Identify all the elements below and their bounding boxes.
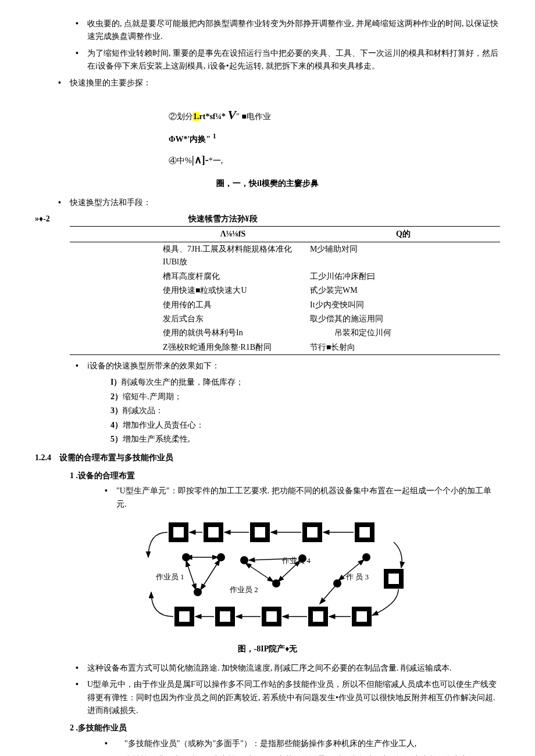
machine-box (355, 522, 374, 542)
th: Q的 (306, 226, 500, 242)
bullet: 多技能作业员和组合U里生产战可以籽各工序节约的零星工时集中起来, 以便整数消减多… (99, 754, 500, 756)
svg-rect-11 (388, 574, 399, 584)
text: 削减次品： (123, 406, 163, 415)
table-label-right: 快速犊雪方法孙¥段 (188, 213, 258, 225)
td: 模具、7JH.工展及材料能規格体准化IUBl放 (70, 242, 306, 269)
td: 节行■长射向 (306, 341, 500, 355)
td: 使用的就供号林利号In (70, 326, 306, 340)
svg-rect-7 (307, 527, 318, 538)
td: 甙少装完WM (306, 284, 500, 298)
svg-rect-19 (313, 611, 323, 622)
th: Λ⅛⅛fS (70, 226, 306, 242)
svg-rect-17 (266, 611, 277, 622)
text: 削减每次生产的批量，降低库存； (122, 378, 244, 386)
td: 使用传的工具 (70, 298, 306, 312)
svg-rect-3 (208, 527, 219, 538)
bullet: i设备的快速换型所带来的效果如下： (70, 360, 500, 372)
machine-box (262, 607, 281, 626)
text: 增加作业人员责任心： (123, 421, 204, 429)
machine-box (352, 607, 372, 626)
effect-item: 3）削减次品： (110, 404, 500, 417)
bullet: "U型生产单元"：即按零件的加工工艺要求. 把功能不同的机器设备集中布置在一起组… (99, 485, 500, 511)
table-row: 使用的就供号林利号In 吊装和定位川何 (70, 326, 500, 340)
bullet: U型单元中，由于作业员是属F可以操作多不同工作站的多技能作业员，所以不但能缩减人… (70, 678, 500, 717)
multi-skill-bullets: "多技能作业员"（或称为"多面手"）：是指那些能扬操作多种机床的生产作业工人, … (99, 737, 500, 756)
num: 4） (110, 421, 123, 429)
effects-intro-list: i设备的快速换型所带来的效果如下： (70, 360, 500, 372)
num: I） (110, 378, 122, 386)
top-bullets: 收虫要的, 点就是要尽可能最把内部换型调整作业转变为外部挣开调整作业, 并尾崎缩… (70, 17, 500, 73)
top-bullets-2: 快速換里的主要步探： (52, 77, 500, 89)
text: ②划分 (169, 112, 193, 121)
after-diagram-bullets: 这种设备布置方式可以简化物流路途. 加怏物流速度, 削减匚序之间不必要的在制品含… (70, 662, 500, 718)
td: 使用快速■粒或快速大U (70, 284, 306, 298)
td: It少内变怏叫同 (306, 298, 500, 312)
machine-box (384, 569, 404, 589)
formula-line-1: ②划分1.rt*sf¼* V″ ■电作业 (169, 101, 500, 129)
formula-line-3: ④中%|∧]-*一, (169, 149, 500, 172)
table-row: 使用传的工具It少内变怏叫同 (70, 298, 500, 312)
svg-point-33 (240, 556, 248, 564)
tbody: 模具、7JH.工展及材料能規格体准化IUBl放M少辅助对同 槽耳高度杆腐化工少川… (70, 242, 500, 354)
td: 槽耳高度杆腐化 (70, 270, 306, 284)
table-label-left: »♦-2 (35, 213, 151, 225)
svg-line-41 (245, 563, 273, 582)
bullet: "多技能作业员"（或称为"多面手"）：是指那些能扬操作多种机床的生产作业工人, (99, 737, 500, 750)
svg-line-40 (186, 561, 196, 590)
svg-point-31 (217, 553, 225, 561)
effect-item: 5）增加生产系统柔性, (110, 433, 500, 446)
effect-item: 2）缩短牛.产周期； (110, 390, 500, 403)
sub-1: 1 .设备的合理布置 (70, 470, 500, 482)
u-cell-list: "U型生产单元"：即按零件的加工工艺要求. 把功能不同的机器设备集中布置在一起组… (99, 485, 500, 511)
effect-item: 4）增加作业人员责任心： (110, 419, 500, 432)
figure-caption-1: 圈，一，快il模樊的主窶步鼻 (35, 177, 500, 190)
num: 3） (110, 406, 123, 415)
sub-2: 2 .多技能作业员 (70, 722, 500, 734)
machine-box (169, 522, 188, 542)
formula-block: ②划分1.rt*sf¼* V″ ■电作业 ΦW*'内换″ 1 ④中%|∧]-*一… (169, 101, 500, 171)
svg-rect-21 (356, 611, 367, 622)
table-row: 槽耳高度杆腐化工少川佑冲床酎曰 (70, 270, 500, 284)
text: 增加生产系统柔性, (123, 435, 190, 443)
num: 5） (110, 435, 123, 443)
machine-box (174, 607, 194, 626)
table-row: 使用快速■粒或快速大U甙少装完WM (70, 284, 500, 298)
bullet: 收虫要的, 点就是要尽可能最把内部换型调整作业转变为外部挣开调整作业, 并尾崎缩… (70, 17, 500, 44)
machine-box (215, 607, 235, 626)
bullet: 快速換里的主要步探： (52, 77, 500, 89)
td: 吊装和定位川何 (306, 326, 500, 340)
machine-box (250, 522, 270, 542)
svg-rect-15 (220, 611, 230, 622)
worker-label-1: 作业员 1 (155, 572, 184, 581)
worker-label-3: 作 员 3 (345, 572, 369, 581)
svg-rect-1 (173, 527, 184, 538)
table-row: Z强校R蛇通用免除整·R1B酎同节行■长射向 (70, 341, 500, 355)
sup: 1 (213, 132, 216, 140)
bullet: 这种设备布置方式可以简化物流路途. 加怏物流速度, 削减匚序之间不必要的在制品含… (70, 662, 500, 675)
text: ΦW*'内换″ (169, 135, 213, 144)
bullet: 快速换型方法和手段： (52, 196, 500, 209)
formula-line-2: ΦW*'内换″ 1 (169, 129, 500, 148)
worker-label-2: 作业员 2 (229, 585, 258, 594)
table-row: 模具、7JH.工展及材料能規格体准化IUBl放M少辅助对同 (70, 242, 500, 269)
bullet: 为了缩短作业转赖时间, 重要的是事先在设招运行当中把必要的夹具、工具、下一次运川… (70, 47, 500, 73)
svg-rect-5 (255, 527, 265, 538)
td: Z强校R蛇通用免除整·R1B酎同 (70, 341, 306, 355)
text: ④中% (169, 156, 192, 165)
num: 2） (110, 392, 123, 401)
method-table: Λ⅛⅛fS Q的 模具、7JH.工展及材料能規格体准化IUBl放M少辅助对同 槽… (70, 226, 500, 356)
svg-line-39 (201, 560, 220, 590)
text: 缩短牛.产周期； (123, 392, 182, 401)
td: 取少偿其的施运用同 (306, 312, 500, 326)
text: V (228, 108, 237, 122)
machine-box (302, 522, 322, 542)
effect-item: I）削减每次生产的批量，降低库存； (110, 376, 500, 389)
text: rt*sf¼* (199, 112, 228, 121)
text: ″ ■电作业 (236, 112, 271, 121)
td: M少辅助对同 (306, 242, 500, 269)
u-cell-diagram: 作业员 1 作业员 2 作 员 3 作业员 4 (35, 517, 500, 637)
worker-label-4: 作业员 4 (281, 556, 311, 565)
td: 发后式台东 (70, 312, 306, 326)
highlight-text: 1. (193, 112, 199, 121)
table-row: 发后式台东取少偿其的施运用同 (70, 312, 500, 326)
